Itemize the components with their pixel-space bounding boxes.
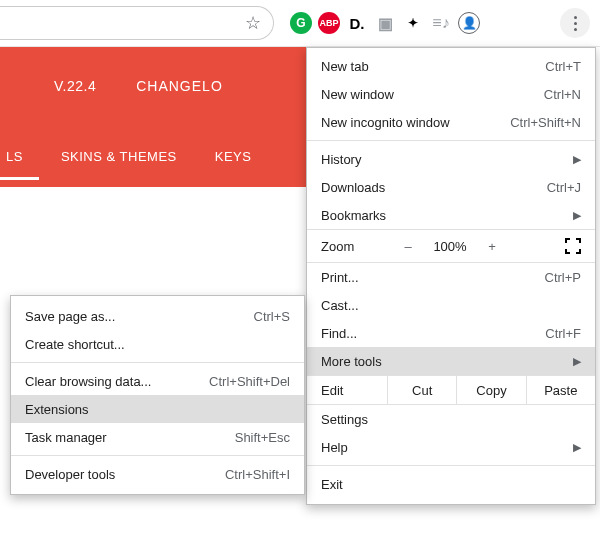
menu-cast[interactable]: Cast... bbox=[307, 291, 595, 319]
chrome-main-menu: New tabCtrl+T New windowCtrl+N New incog… bbox=[306, 47, 596, 505]
edit-cut[interactable]: Cut bbox=[387, 376, 456, 404]
submenu-create-shortcut[interactable]: Create shortcut... bbox=[11, 330, 304, 358]
person-box-icon[interactable]: ▣ bbox=[374, 12, 396, 34]
tab-keys[interactable]: KEYS bbox=[213, 143, 254, 170]
menu-settings[interactable]: Settings bbox=[307, 405, 595, 433]
chevron-right-icon: ▶ bbox=[573, 209, 581, 222]
edit-copy[interactable]: Copy bbox=[456, 376, 525, 404]
menu-exit[interactable]: Exit bbox=[307, 470, 595, 498]
zoom-in-button[interactable]: + bbox=[475, 239, 509, 254]
grammarly-icon[interactable]: G bbox=[290, 12, 312, 34]
menu-help[interactable]: Help▶ bbox=[307, 433, 595, 461]
page-content: V.22.4 CHANGELO LS SKINS & THEMES KEYS bbox=[0, 47, 334, 187]
profile-avatar-icon[interactable]: 👤 bbox=[458, 12, 480, 34]
reading-list-icon[interactable]: ≡♪ bbox=[430, 12, 452, 34]
menu-new-tab[interactable]: New tabCtrl+T bbox=[307, 52, 595, 80]
submenu-save-page[interactable]: Save page as...Ctrl+S bbox=[11, 302, 304, 330]
menu-separator bbox=[11, 362, 304, 363]
tab-skins[interactable]: SKINS & THEMES bbox=[59, 143, 179, 170]
chrome-menu-button[interactable] bbox=[560, 8, 590, 38]
zoom-out-button[interactable]: – bbox=[391, 239, 425, 254]
menu-find[interactable]: Find...Ctrl+F bbox=[307, 319, 595, 347]
d-extension-icon[interactable]: D. bbox=[346, 12, 368, 34]
bookmark-star-icon[interactable]: ☆ bbox=[245, 12, 261, 34]
submenu-extensions[interactable]: Extensions bbox=[11, 395, 304, 423]
version-text: V.22.4 bbox=[54, 78, 96, 94]
chevron-right-icon: ▶ bbox=[573, 441, 581, 454]
menu-more-tools[interactable]: More tools▶ bbox=[307, 347, 595, 375]
menu-downloads[interactable]: DownloadsCtrl+J bbox=[307, 173, 595, 201]
submenu-developer-tools[interactable]: Developer toolsCtrl+Shift+I bbox=[11, 460, 304, 488]
menu-separator bbox=[307, 140, 595, 141]
menu-zoom-row: Zoom – 100% + bbox=[307, 229, 595, 263]
menu-separator bbox=[11, 455, 304, 456]
menu-bookmarks[interactable]: Bookmarks▶ bbox=[307, 201, 595, 229]
extensions-puzzle-icon[interactable]: ✦ bbox=[402, 12, 424, 34]
browser-toolbar: ☆ G ABP D. ▣ ✦ ≡♪ 👤 bbox=[0, 0, 600, 47]
fullscreen-icon[interactable] bbox=[565, 238, 581, 254]
zoom-value: 100% bbox=[425, 239, 475, 254]
edit-paste[interactable]: Paste bbox=[526, 376, 595, 404]
chevron-right-icon: ▶ bbox=[573, 355, 581, 368]
kebab-icon bbox=[574, 14, 577, 32]
tab-left[interactable]: LS bbox=[4, 143, 25, 170]
menu-edit-row: Edit Cut Copy Paste bbox=[307, 375, 595, 405]
menu-print[interactable]: Print...Ctrl+P bbox=[307, 263, 595, 291]
menu-separator bbox=[307, 465, 595, 466]
submenu-task-manager[interactable]: Task managerShift+Esc bbox=[11, 423, 304, 451]
submenu-clear-data[interactable]: Clear browsing data...Ctrl+Shift+Del bbox=[11, 367, 304, 395]
omnibox[interactable]: ☆ bbox=[0, 6, 274, 40]
menu-new-incognito[interactable]: New incognito windowCtrl+Shift+N bbox=[307, 108, 595, 136]
zoom-label: Zoom bbox=[321, 239, 391, 254]
more-tools-submenu: Save page as...Ctrl+S Create shortcut...… bbox=[10, 295, 305, 495]
edit-label: Edit bbox=[307, 383, 387, 398]
menu-new-window[interactable]: New windowCtrl+N bbox=[307, 80, 595, 108]
menu-history[interactable]: History▶ bbox=[307, 145, 595, 173]
extension-icons: G ABP D. ▣ ✦ ≡♪ 👤 bbox=[290, 12, 480, 34]
changelog-link[interactable]: CHANGELO bbox=[136, 78, 223, 94]
chevron-right-icon: ▶ bbox=[573, 153, 581, 166]
adblock-plus-icon[interactable]: ABP bbox=[318, 12, 340, 34]
